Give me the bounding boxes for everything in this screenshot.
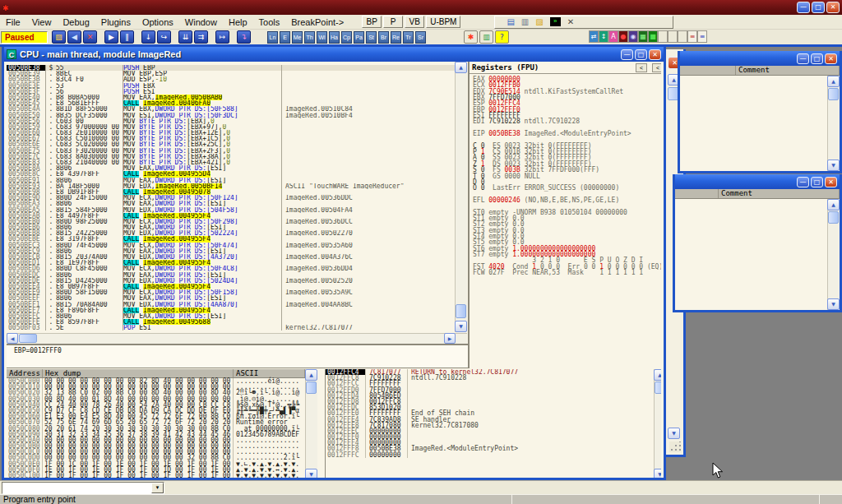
cw1-scroll-thumb[interactable] — [828, 88, 839, 100]
menu-item-help[interactable]: Help — [223, 16, 253, 28]
disasm-row[interactable]: 0050BE91.8B06MOV EAX,DWORD PTR DS:[ESI] — [7, 178, 455, 183]
cw1-scroll-down-button[interactable]: ▼ — [827, 160, 840, 171]
pane-button-re[interactable]: Re — [391, 31, 401, 44]
comment-window-2-titlebar[interactable]: — □ ✕ — [675, 174, 840, 189]
cw1-col-blank[interactable] — [680, 66, 736, 75]
registers-collapse-button-2[interactable]: < — [652, 63, 661, 72]
pane-button-br[interactable]: Br — [378, 31, 389, 44]
blank-slot[interactable] — [658, 30, 668, 43]
pane-button-e[interactable]: E — [280, 31, 290, 44]
console-icon[interactable]: » — [550, 17, 561, 26]
disasm-row[interactable]: 0050BE38$55PUSH EBP — [7, 65, 455, 71]
restart-back-icon[interactable]: ◀ — [67, 30, 81, 44]
stack-row[interactable]: 0012FFFC00000000 — [326, 452, 654, 458]
cw2-maximize-button[interactable]: □ — [811, 177, 823, 187]
pane-button-ln[interactable]: Ln — [267, 31, 278, 44]
step-over-icon[interactable]: ↪ — [157, 30, 171, 44]
disasm-row[interactable]: 0050BE3E.53PUSH EBX — [7, 83, 455, 89]
disasm-row[interactable]: 0050BEA3.8B06MOV EAX,DWORD PTR DS:[ESI] — [7, 201, 455, 206]
log-pad-icon[interactable]: ▤ — [507, 17, 514, 27]
disasm-row[interactable]: 0050BE40.B8 B0BA5000MOV EAX,ImageRed.005… — [7, 95, 455, 100]
register-line[interactable]: EFL 00000246 (NO,NB,E,BE,NS,PE,GE,LE) — [473, 197, 661, 203]
pane-button-wi[interactable]: Wi — [317, 31, 327, 44]
disasm-row[interactable]: 0050BECB.8B15 20374A00MOV EDX,DWORD PTR … — [7, 254, 455, 260]
pane-button-pa[interactable]: Pa — [354, 31, 364, 44]
dump-scroll-up-button[interactable]: ▲ — [305, 369, 317, 381]
comment-window-1-titlebar[interactable]: — □ ✕ — [680, 51, 840, 66]
disasm-row[interactable]: 0050BEFE.E8 8597F8FFCALL ImageRed.004956… — [7, 319, 455, 325]
list-red-icon[interactable]: ≡ — [687, 30, 697, 43]
cw2-minimize-button[interactable]: — — [797, 177, 809, 187]
menu-item-plugins[interactable]: Plugins — [95, 16, 136, 28]
appearance-icon[interactable]: ▥ — [479, 30, 493, 44]
goto-icon[interactable]: ↴ — [237, 30, 251, 44]
disasm-row[interactable]: 0050BE9D.8B0D 24F15000MOV ECX,DWORD PTR … — [7, 195, 455, 201]
blank-slot[interactable] — [668, 30, 678, 43]
disasm-row[interactable]: 0050BEFC.8B06MOV EAX,DWORD PTR DS:[ESI] — [7, 313, 455, 319]
disasm-hscroll-thumb[interactable] — [19, 334, 37, 343]
stack-scroll-thumb[interactable] — [655, 381, 661, 394]
cw1-close-button[interactable]: ✕ — [825, 53, 837, 64]
disasm-row[interactable]: 0050BEDE.8B15 D4245000MOV EDX,DWORD PTR … — [7, 278, 455, 284]
disasm-row[interactable]: 0050BED6.8B0D C8F45000MOV ECX,DWORD PTR … — [7, 266, 455, 271]
disasm-row[interactable]: 0050BEF7.E8 F896F8FFCALL ImageRed.004955… — [7, 307, 455, 313]
memory-dump-pane[interactable]: Address Hex dump ASCII 0050C00000 00 00 … — [7, 369, 305, 478]
record-icon[interactable]: ● — [618, 30, 628, 43]
main-close-button[interactable]: ✕ — [826, 2, 840, 13]
register-line[interactable]: EIP 0050BE38 ImageRed.<ModuleEntryPoint> — [473, 131, 661, 136]
disasm-scroll-right-button[interactable]: ▶ — [444, 333, 456, 344]
cw1-scroll-up-button[interactable]: ▲ — [827, 76, 840, 87]
cw2-col-blank[interactable] — [675, 189, 719, 198]
dump-col-hex[interactable]: Hex dump — [43, 369, 234, 377]
disasm-row[interactable]: 0050BE6E.C683 5C020000 00MOV BYTE PTR DS… — [7, 141, 455, 147]
menu-item-window[interactable]: Window — [179, 16, 223, 28]
disasm-row[interactable]: 0050BEE9.8B0D 58F15000MOV ECX,DWORD PTR … — [7, 289, 455, 295]
disasm-row[interactable]: 0050BE67.C683 C5010000 00MOV BYTE PTR DS… — [7, 136, 455, 141]
stack-scroll-down-button[interactable]: ▼ — [654, 469, 661, 478]
disasm-scroll-down-button[interactable]: ▼ — [455, 321, 467, 332]
dump-col-address[interactable]: Address — [7, 369, 43, 377]
dump-scroll-down-button[interactable]: ▼ — [305, 469, 317, 478]
disassembly-pane[interactable]: 0050BE38$55PUSH EBP0050BE39.8BECMOV EBP,… — [7, 62, 455, 332]
disasm-row[interactable]: 0050BE8C.E8 4397F8FFCALL ImageRed.004955… — [7, 171, 455, 177]
disasm-row[interactable]: 0050BE39.8BECMOV EBP,ESP — [7, 71, 455, 76]
disasm-row[interactable]: 0050BEB6.8B06MOV EAX,DWORD PTR DS:[ESI] — [7, 224, 455, 230]
book-icon[interactable]: ▥ — [521, 17, 529, 27]
step-into-icon[interactable]: ↓ — [141, 30, 155, 44]
dump-scrollbar[interactable]: ▲ ▼ — [305, 369, 317, 478]
disasm-row[interactable]: 0050BEB0.8B0D 98F25000MOV ECX,DWORD PTR … — [7, 219, 455, 224]
disasm-row[interactable]: 0050BEA5.8B15 584F5000MOV EDX,DWORD PTR … — [7, 207, 455, 213]
disasm-row[interactable]: 0050BEAB.E8 4497F8FFCALL ImageRed.004955… — [7, 213, 455, 219]
pause-icon[interactable]: ‖ — [120, 30, 134, 44]
disasm-scroll-thumb[interactable] — [456, 304, 466, 318]
cw2-close-button[interactable]: ✕ — [825, 177, 837, 187]
disasm-row[interactable]: 0050BEF1.8B15 70A84A00MOV EDX,DWORD PTR … — [7, 302, 455, 307]
disasm-row[interactable]: 0050BE50.8B35 DCF35000MOV ESI,DWORD PTR … — [7, 113, 455, 118]
pane-button-ha[interactable]: Ha — [329, 31, 340, 44]
registers-collapse-button-1[interactable]: < — [636, 63, 647, 72]
disasm-row[interactable]: 0050BE3B.83C4 F0ADD ESP,-10 — [7, 76, 455, 82]
pane-button-sr[interactable]: Sr — [415, 31, 426, 44]
register-line[interactable]: EDI 7C910228 ntdll.7C910228 — [473, 118, 661, 124]
cpu-close-button[interactable]: ✕ — [649, 49, 661, 60]
strip-resize-grip[interactable] — [669, 442, 681, 452]
cw2-scrollbar[interactable]: ▲ ▼ — [827, 199, 840, 310]
green-panel-icon[interactable]: ■ — [648, 30, 658, 43]
pane-button-th[interactable]: Th — [304, 31, 315, 44]
cw2-scroll-up-button[interactable]: ▲ — [827, 199, 840, 210]
close-program-icon[interactable]: ✕ — [83, 30, 97, 44]
disasm-row[interactable]: 0050BEBE.E8 3197F8FFCALL ImageRed.004955… — [7, 236, 455, 242]
cw2-col-comment[interactable]: Comment — [719, 189, 840, 198]
disasm-row[interactable]: 0050BE60.C683 2E010000 00MOV BYTE PTR DS… — [7, 130, 455, 136]
cw1-minimize-button[interactable]: — — [797, 53, 809, 64]
registers-pane[interactable]: Registers (FPU) < < EAX 00000000ECX 0012… — [468, 62, 661, 368]
menu-item-view[interactable]: View — [26, 16, 58, 28]
main-minimize-button[interactable]: — — [797, 2, 810, 13]
disasm-row[interactable]: 0050BEE4.E8 0B97F8FFCALL ImageRed.004955… — [7, 284, 455, 289]
open-file-icon[interactable]: ▨ — [52, 30, 66, 44]
menu-item-options[interactable]: Options — [136, 16, 179, 28]
pane-button-cp[interactable]: Cp — [341, 31, 352, 44]
cpu-titlebar[interactable]: C CPU - main thread, module ImageRed — □… — [4, 47, 664, 62]
assemble-a-icon[interactable]: A — [608, 30, 618, 43]
disasm-row[interactable]: 0050BE45.E8 56B1EFFFCALL ImageRed.00406F… — [7, 100, 455, 106]
